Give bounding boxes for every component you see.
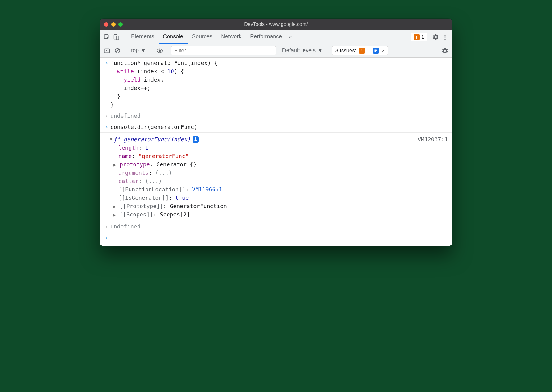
panel-tabs-bar: Elements Console Sources Network Perform… xyxy=(100,30,452,44)
titlebar: DevTools - www.google.com/ xyxy=(100,19,452,30)
inspect-element-icon[interactable] xyxy=(102,32,112,42)
prop-name[interactable]: name: "generatorFunc" xyxy=(110,152,414,160)
issues-badge-count: 1 xyxy=(422,34,424,40)
close-window-button[interactable] xyxy=(104,22,108,27)
prompt-marker-icon xyxy=(103,233,110,242)
execution-context-select[interactable]: top ▼ xyxy=(129,46,149,55)
prop-arguments[interactable]: arguments: (...) xyxy=(110,168,414,177)
svg-point-3 xyxy=(444,34,446,36)
tab-elements[interactable]: Elements xyxy=(127,30,159,44)
console-prompt-input[interactable] xyxy=(110,233,449,242)
divider xyxy=(329,47,329,54)
warning-icon: ! xyxy=(359,48,365,54)
divider xyxy=(125,47,125,54)
console-code: function* generatorFunc(index) { while (… xyxy=(110,59,449,109)
prop-function-location[interactable]: [[FunctionLocation]]: VM11966:1 xyxy=(110,185,414,194)
issues-label: 3 Issues: xyxy=(335,48,356,54)
tab-sources[interactable]: Sources xyxy=(188,30,217,44)
svg-point-5 xyxy=(444,38,446,40)
divider xyxy=(168,47,168,54)
input-marker-icon xyxy=(103,59,110,109)
console-toolbar: top ▼ Default levels ▼ 3 Issues: ! 1 2 xyxy=(100,44,452,58)
input-marker-icon xyxy=(103,123,110,131)
console-undefined: undefined xyxy=(110,222,449,231)
disclosure-triangle-icon[interactable] xyxy=(110,136,112,143)
svg-point-4 xyxy=(444,36,446,38)
console-body: function* generatorFunc(index) { while (… xyxy=(100,58,452,246)
vm-link[interactable]: VM11966:1 xyxy=(192,186,222,193)
chevron-down-icon: ▼ xyxy=(141,47,146,54)
console-entry-input[interactable]: function* generatorFunc(index) { while (… xyxy=(100,58,452,110)
svg-rect-2 xyxy=(116,36,119,40)
disclosure-triangle-icon[interactable] xyxy=(113,203,118,210)
live-expression-eye-icon[interactable] xyxy=(155,46,164,55)
source-link[interactable]: VM12037:1 xyxy=(418,136,448,143)
clear-console-icon[interactable] xyxy=(113,46,122,55)
panel-tabs: Elements Console Sources Network Perform… xyxy=(127,30,294,44)
tabs-overflow[interactable]: » xyxy=(286,30,294,44)
svg-point-8 xyxy=(159,50,161,52)
divider xyxy=(123,34,123,40)
log-levels-select[interactable]: Default levels ▼ xyxy=(280,46,325,55)
warning-icon: ! xyxy=(414,34,420,40)
tab-network[interactable]: Network xyxy=(217,30,246,44)
minimize-window-button[interactable] xyxy=(111,22,116,27)
disclosure-triangle-icon[interactable] xyxy=(113,162,118,168)
issues-summary[interactable]: 3 Issues: ! 1 2 xyxy=(332,46,388,55)
console-code: console.dir(generatorFunc) xyxy=(110,123,449,131)
object-header[interactable]: ƒ* generatorFunc(index) i xyxy=(110,135,414,143)
tab-performance[interactable]: Performance xyxy=(246,30,286,44)
show-sidebar-icon[interactable] xyxy=(102,46,112,55)
devtools-window: DevTools - www.google.com/ Elements Cons… xyxy=(100,19,452,246)
console-undefined: undefined xyxy=(110,112,449,120)
prop-prototype-internal[interactable]: [[Prototype]]: GeneratorFunction xyxy=(110,202,414,210)
more-menu-icon[interactable] xyxy=(440,32,450,42)
device-toolbar-icon[interactable] xyxy=(112,32,121,42)
prop-length[interactable]: length: 1 xyxy=(110,143,414,152)
divider xyxy=(152,47,152,54)
info-badge-icon[interactable]: i xyxy=(193,136,199,143)
tab-console[interactable]: Console xyxy=(159,30,188,44)
execution-context-label: top xyxy=(131,47,139,54)
prop-is-generator[interactable]: [[IsGenerator]]: true xyxy=(110,194,414,202)
output-marker-icon xyxy=(103,222,110,231)
settings-gear-icon[interactable] xyxy=(431,32,440,42)
console-entry-dir: ƒ* generatorFunc(index) i length: 1 name… xyxy=(100,133,452,221)
zoom-window-button[interactable] xyxy=(118,22,123,27)
console-prompt[interactable] xyxy=(100,232,452,246)
svg-rect-6 xyxy=(104,49,110,53)
console-entry-input[interactable]: console.dir(generatorFunc) xyxy=(100,121,452,133)
issues-info-count: 2 xyxy=(381,48,384,54)
console-entry-output: undefined xyxy=(100,110,452,121)
prop-caller[interactable]: caller: (...) xyxy=(110,177,414,185)
output-marker-icon xyxy=(103,112,110,120)
chevron-down-icon: ▼ xyxy=(317,47,323,54)
issues-warn-count: 1 xyxy=(367,48,370,54)
filter-input-wrap xyxy=(171,46,276,55)
issues-badge[interactable]: ! 1 xyxy=(411,33,427,41)
info-icon xyxy=(373,48,379,54)
prop-scopes[interactable]: [[Scopes]]: Scopes[2] xyxy=(110,210,414,219)
console-entry-output: undefined xyxy=(100,221,452,232)
object-signature: ƒ* generatorFunc(index) xyxy=(113,135,190,143)
disclosure-triangle-icon[interactable] xyxy=(113,212,118,218)
prop-prototype[interactable]: prototype: Generator {} xyxy=(110,160,414,168)
divider xyxy=(429,34,429,40)
window-title: DevTools - www.google.com/ xyxy=(100,22,452,27)
log-levels-label: Default levels xyxy=(282,47,316,54)
traffic-lights xyxy=(104,22,123,27)
filter-input[interactable] xyxy=(174,47,273,54)
console-settings-gear-icon[interactable] xyxy=(440,46,450,55)
